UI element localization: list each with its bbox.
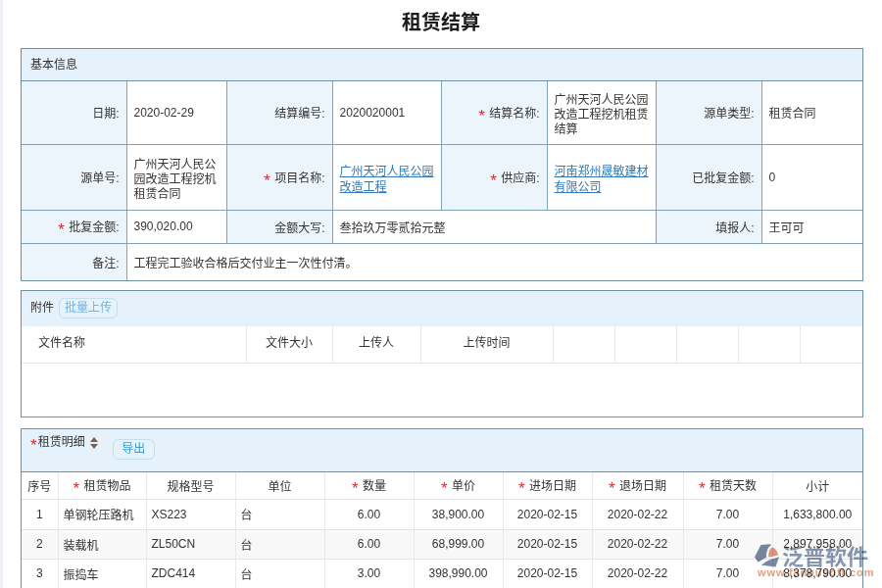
svg-text:www.fanpusoft.com: www.fanpusoft.com: [757, 566, 874, 578]
